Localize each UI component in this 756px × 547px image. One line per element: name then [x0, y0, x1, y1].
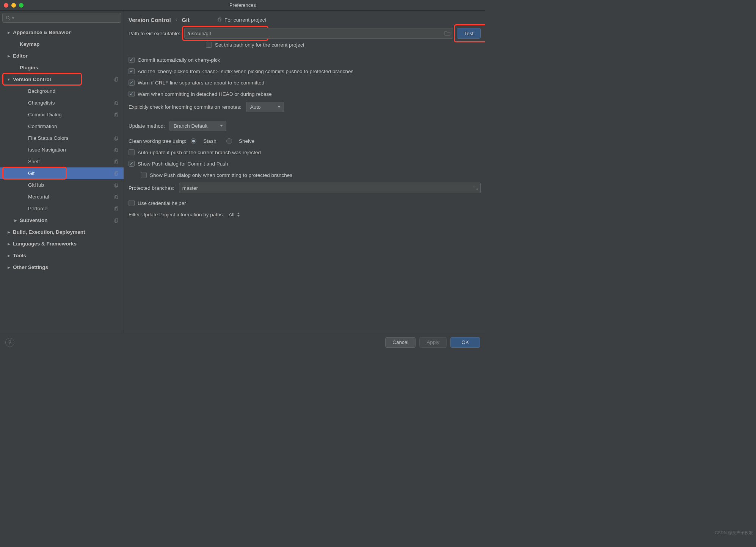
chevron-right-icon: ▶	[7, 254, 11, 258]
sidebar-item-commit-dialog[interactable]: Commit Dialog	[0, 109, 124, 120]
protected-branches-input[interactable]: master	[179, 183, 481, 193]
incoming-select[interactable]: Auto	[246, 102, 284, 112]
chevron-down-icon: ▼	[7, 78, 11, 81]
search-input[interactable]: ▾	[2, 13, 121, 23]
sidebar-item-label: Editor	[13, 53, 28, 59]
show-push-protected-checkbox[interactable]	[141, 172, 147, 178]
sidebar-item-label: Git	[28, 170, 35, 176]
dropdown-icon: ▾	[12, 16, 14, 20]
expand-icon[interactable]	[474, 186, 478, 190]
sidebar-item-label: Plugins	[20, 65, 38, 70]
sidebar-item-appearance-behavior[interactable]: ▶Appearance & Behavior	[0, 27, 124, 38]
sidebar-item-version-control[interactable]: ▼Version Control	[0, 73, 124, 85]
sidebar-item-other-settings[interactable]: ▶Other Settings	[0, 261, 124, 273]
sidebar-item-label: Changelists	[28, 100, 55, 106]
sidebar-item-git[interactable]: Git	[0, 167, 124, 179]
chevron-right-icon: ▶	[7, 54, 11, 58]
sidebar-item-mercurial[interactable]: Mercurial	[0, 191, 124, 203]
chevron-right-icon: ▶	[7, 230, 11, 234]
sidebar-item-label: GitHub	[28, 182, 44, 188]
autoupdate-checkbox[interactable]	[129, 149, 135, 155]
sidebar-item-label: Languages & Frameworks	[13, 241, 77, 247]
sidebar-item-label: Other Settings	[13, 264, 48, 270]
path-label: Path to Git executable:	[129, 31, 180, 36]
window-title: Preferences	[229, 2, 256, 8]
sidebar-item-label: Tools	[13, 253, 26, 258]
stash-radio[interactable]	[191, 138, 196, 144]
copy-icon	[217, 17, 222, 23]
sidebar-item-languages-frameworks[interactable]: ▶Languages & Frameworks	[0, 238, 124, 250]
minimize-icon[interactable]	[11, 3, 16, 8]
sidebar-item-issue-navigation[interactable]: Issue Navigation	[0, 144, 124, 156]
sidebar-item-github[interactable]: GitHub	[0, 179, 124, 191]
chevron-right-icon: ▶	[14, 219, 17, 222]
cancel-button[interactable]: Cancel	[385, 337, 416, 348]
scope-label: For current project	[217, 17, 266, 23]
settings-tree: ▶Appearance & BehaviorKeymap▶EditorPlugi…	[0, 25, 124, 333]
detached-checkbox[interactable]	[129, 91, 135, 97]
search-icon	[6, 16, 11, 20]
sidebar-item-changelists[interactable]: Changelists	[0, 97, 124, 109]
main-panel: Version Control › Git For current projec…	[124, 11, 485, 333]
filter-paths-select[interactable]: All	[229, 212, 241, 217]
sidebar-item-label: Subversion	[20, 217, 48, 223]
sidebar-item-label: Appearance & Behavior	[13, 30, 71, 35]
set-path-project-checkbox[interactable]	[206, 42, 212, 48]
sidebar-item-perforce[interactable]: Perforce	[0, 203, 124, 214]
sidebar-item-confirmation[interactable]: Confirmation	[0, 120, 124, 132]
sidebar-item-plugins[interactable]: Plugins	[0, 62, 124, 73]
chevron-right-icon: ▶	[7, 242, 11, 246]
zoom-icon[interactable]	[19, 3, 24, 8]
folder-icon[interactable]	[444, 31, 450, 36]
svg-line-1	[9, 19, 10, 20]
sidebar-item-label: Issue Navigation	[28, 147, 66, 153]
sidebar-item-label: Background	[28, 88, 55, 94]
sidebar-item-subversion[interactable]: ▶Subversion	[0, 214, 124, 226]
sidebar-item-label: Confirmation	[28, 123, 57, 129]
shelve-radio[interactable]	[226, 138, 232, 144]
sidebar-item-label: File Status Colors	[28, 135, 69, 141]
breadcrumb-seg-2: Git	[182, 17, 190, 23]
sidebar: ▾ ▶Appearance & BehaviorKeymap▶EditorPlu…	[0, 11, 124, 333]
sidebar-item-label: Version Control	[13, 77, 51, 82]
update-method-select[interactable]: Branch Default	[169, 121, 226, 131]
sidebar-item-label: Mercurial	[28, 194, 49, 200]
breadcrumb: Version Control › Git For current projec…	[124, 11, 485, 27]
chevron-right-icon: ▶	[7, 266, 11, 269]
titlebar: Preferences	[0, 0, 485, 11]
show-push-checkbox[interactable]	[129, 161, 135, 167]
footer: ? Cancel Apply OK	[0, 333, 485, 351]
sidebar-item-shelf[interactable]: Shelf	[0, 156, 124, 167]
sidebar-item-label: Commit Dialog	[28, 112, 62, 117]
sidebar-item-background[interactable]: Background	[0, 85, 124, 97]
window-controls	[0, 3, 24, 8]
help-button[interactable]: ?	[5, 338, 14, 347]
crlf-checkbox[interactable]	[129, 80, 135, 86]
sidebar-item-build-execution-deployment[interactable]: ▶Build, Execution, Deployment	[0, 226, 124, 238]
sidebar-item-editor[interactable]: ▶Editor	[0, 50, 124, 62]
sidebar-item-tools[interactable]: ▶Tools	[0, 250, 124, 261]
test-button[interactable]: Test	[457, 28, 481, 39]
apply-button[interactable]: Apply	[419, 337, 447, 348]
commit-cherry-checkbox[interactable]	[129, 57, 135, 63]
ok-button[interactable]: OK	[450, 337, 480, 348]
sidebar-item-label: Perforce	[28, 206, 47, 211]
sidebar-item-keymap[interactable]: Keymap	[0, 38, 124, 50]
breadcrumb-separator: ›	[176, 17, 177, 23]
sidebar-item-label: Shelf	[28, 159, 40, 164]
sidebar-item-label: Build, Execution, Deployment	[13, 229, 85, 235]
sidebar-item-file-status-colors[interactable]: File Status Colors	[0, 132, 124, 144]
breadcrumb-seg-1: Version Control	[129, 17, 171, 23]
svg-point-0	[6, 16, 9, 19]
chevron-right-icon: ▶	[7, 31, 11, 34]
close-icon[interactable]	[4, 3, 8, 8]
sidebar-item-label: Keymap	[20, 41, 40, 47]
cherry-suffix-checkbox[interactable]	[129, 68, 135, 74]
git-path-input[interactable]: /usr/bin/git	[184, 28, 453, 39]
credential-helper-checkbox[interactable]	[129, 200, 135, 206]
